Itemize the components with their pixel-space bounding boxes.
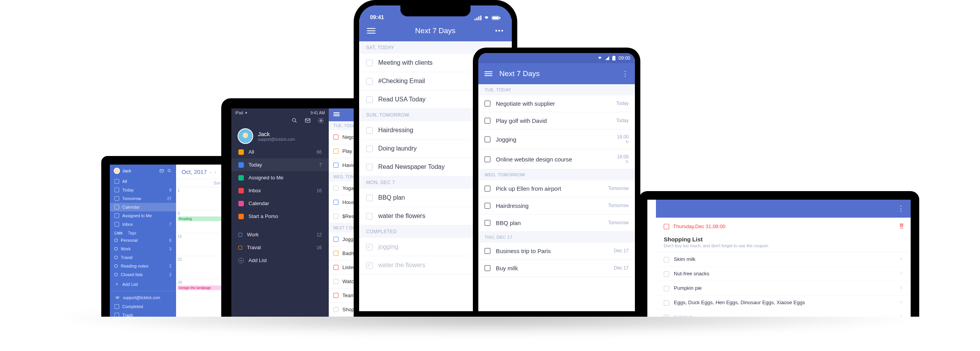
checkbox-icon[interactable]: [485, 101, 490, 106]
list-item[interactable]: Traval: [110, 253, 176, 262]
list-item[interactable]: Work12: [231, 228, 329, 241]
drag-handle-icon[interactable]: ≡: [900, 271, 903, 276]
priority-flag-icon[interactable]: !!!: [899, 222, 903, 230]
add-list-button[interactable]: ＋ Add List: [110, 279, 176, 289]
task-row[interactable]: Buy milkDec 17: [478, 260, 635, 277]
drag-handle-icon[interactable]: ≡: [900, 314, 903, 317]
drag-handle-icon[interactable]: ≡: [900, 285, 903, 291]
task-row[interactable]: Jogging16:00↻: [478, 129, 635, 149]
task-row[interactable]: Negotiate with supplierToday: [478, 95, 635, 112]
sidebar-item-calendar[interactable]: Calendar: [231, 197, 329, 210]
checkbox-icon[interactable]: [485, 136, 490, 142]
more-icon[interactable]: ⋮: [897, 204, 904, 213]
due-date[interactable]: Thursday,Dec 31,08:00: [673, 223, 725, 229]
sidebar-item-assigned-to-me[interactable]: Assigned to Me: [110, 211, 176, 220]
checkbox-icon[interactable]: [485, 186, 490, 191]
checkbox-icon[interactable]: [366, 213, 373, 220]
sidebar-item-tomorrow[interactable]: Tomorrow27: [110, 194, 176, 203]
checkbox-icon[interactable]: [664, 315, 669, 317]
checkbox-icon[interactable]: [485, 156, 490, 162]
checkbox-icon[interactable]: [664, 286, 669, 291]
support-email[interactable]: ✉ support@ticktick.com: [110, 293, 176, 302]
list-item[interactable]: Personal6: [110, 236, 176, 245]
sidebar-item-all[interactable]: All66: [231, 145, 329, 158]
checkbox-icon[interactable]: [333, 200, 338, 205]
menu-icon[interactable]: [367, 27, 375, 35]
list-item[interactable]: Traval16: [231, 241, 329, 254]
prev-month-icon[interactable]: ‹: [210, 170, 212, 174]
settings-icon[interactable]: [318, 117, 324, 124]
checkbox-icon[interactable]: [366, 262, 373, 269]
sidebar-item-assigned-to-me[interactable]: Assigned to Me: [231, 171, 329, 184]
checklist-item[interactable]: Nut-free snacks≡: [656, 267, 911, 281]
checklist-item[interactable]: Eggs, Duck Eggs, Hen Eggs, Dinosaur Eggs…: [656, 296, 911, 310]
checkbox-icon[interactable]: [485, 203, 490, 209]
checkbox-icon[interactable]: [333, 149, 338, 154]
task-row[interactable]: BBQ planTomorrow: [478, 214, 635, 232]
task-row[interactable]: HairdressingTomorrow: [478, 197, 635, 214]
sidebar-item-today[interactable]: Today9: [110, 186, 176, 194]
checklist-item[interactable]: Ketchup≡: [656, 310, 911, 317]
checkbox-icon[interactable]: [333, 307, 338, 312]
avatar[interactable]: [238, 128, 253, 144]
task-row[interactable]: Online website design course18:00↻: [478, 149, 635, 169]
list-item[interactable]: Work3: [110, 245, 176, 253]
sidebar-item-trash[interactable]: Trash: [110, 311, 176, 317]
checklist-item[interactable]: Pumpkin pie≡: [656, 281, 911, 296]
checkbox-icon[interactable]: [333, 251, 338, 256]
checkbox-icon[interactable]: [333, 214, 338, 219]
checkbox-icon[interactable]: [366, 78, 373, 85]
checkbox-icon[interactable]: [366, 244, 373, 250]
checkbox-icon[interactable]: [366, 145, 373, 152]
checkbox-icon[interactable]: [366, 127, 373, 134]
checkbox-icon[interactable]: [366, 164, 373, 170]
menu-icon[interactable]: [333, 112, 340, 117]
checkbox-icon[interactable]: [333, 163, 338, 168]
checkbox-icon[interactable]: [485, 265, 490, 271]
checkbox-icon[interactable]: [485, 220, 490, 226]
checkbox-icon[interactable]: [366, 195, 373, 201]
note-title[interactable]: Shopping List: [656, 235, 911, 243]
checklist-item[interactable]: Skim milk≡: [656, 252, 911, 267]
task-row[interactable]: Pick up Ellen from airportTomorrow: [478, 180, 635, 197]
next-month-icon[interactable]: ›: [215, 170, 216, 174]
more-icon[interactable]: •••: [495, 27, 504, 34]
checkbox-icon[interactable]: [333, 265, 338, 270]
sidebar-item-inbox[interactable]: Inbox7: [110, 220, 176, 229]
username[interactable]: Jack: [122, 168, 157, 173]
sidebar-tabs[interactable]: ListsTags: [110, 229, 176, 236]
sidebar-item-today[interactable]: Today7: [231, 158, 329, 171]
sidebar-item-completed[interactable]: Completed: [110, 302, 176, 311]
drag-handle-icon[interactable]: ≡: [900, 300, 903, 305]
checkbox-icon[interactable]: [333, 293, 338, 298]
checkbox-icon[interactable]: [333, 135, 338, 140]
avatar[interactable]: [114, 168, 120, 174]
checkbox-icon[interactable]: [333, 186, 338, 191]
note-description[interactable]: Don't buy too much, and don't forget to …: [656, 243, 911, 252]
mail-icon[interactable]: [305, 117, 311, 124]
checkbox-icon[interactable]: [333, 237, 338, 242]
drag-handle-icon[interactable]: ≡: [900, 256, 903, 262]
list-item[interactable]: Reading notes2: [110, 262, 176, 270]
calendar-title[interactable]: Oct, 2017: [182, 168, 207, 175]
checkbox-icon[interactable]: [664, 271, 669, 277]
sidebar-item-inbox[interactable]: Inbox16: [231, 184, 329, 197]
sidebar-item-all[interactable]: All: [110, 177, 176, 186]
list-item[interactable]: Closed lists2: [110, 270, 176, 279]
checkbox-icon[interactable]: [664, 257, 669, 262]
menu-icon[interactable]: [485, 70, 492, 77]
task-row[interactable]: Play golf with DavidToday: [478, 112, 635, 129]
sidebar-item-start-a-pomo[interactable]: Start a Pomo: [231, 210, 329, 223]
checkbox-icon[interactable]: [485, 118, 490, 124]
checkbox-icon[interactable]: [333, 279, 338, 284]
checkbox-icon[interactable]: [366, 60, 373, 66]
search-icon[interactable]: [291, 117, 298, 124]
checkbox-icon[interactable]: [485, 248, 490, 254]
search-icon[interactable]: [167, 168, 172, 174]
add-list-button[interactable]: + Add List: [231, 254, 329, 267]
mail-icon[interactable]: [159, 168, 164, 174]
task-row[interactable]: Business trip to ParisDec 17: [478, 243, 635, 260]
sidebar-item-calendar[interactable]: Calendar: [110, 203, 176, 211]
checkbox-icon[interactable]: [664, 300, 669, 306]
more-icon[interactable]: ⋮: [622, 69, 629, 78]
